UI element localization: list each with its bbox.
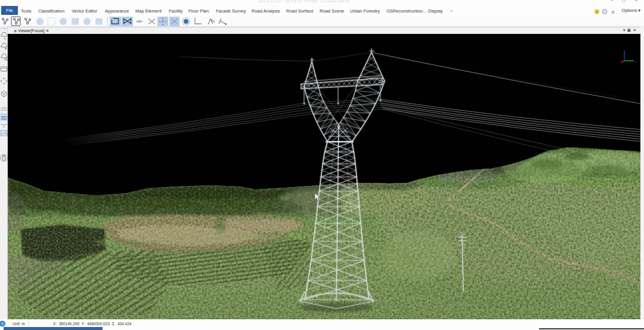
svg-text:9: 9 bbox=[1, 322, 4, 326]
svg-text:2D: 2D bbox=[1, 106, 7, 112]
svg-text:☺: ☺ bbox=[595, 10, 599, 14]
svg-text:⚙: ⚙ bbox=[611, 10, 615, 14]
svg-text:3D: 3D bbox=[1, 115, 7, 121]
